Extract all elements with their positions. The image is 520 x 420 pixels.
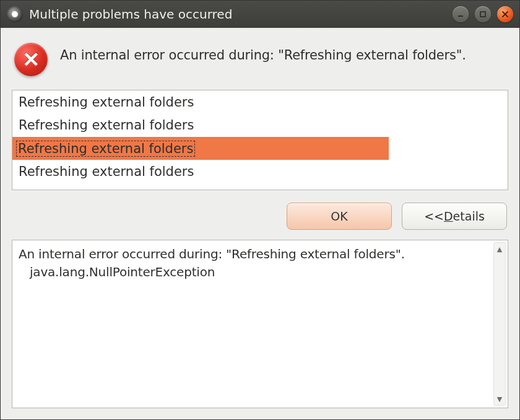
window-title: Multiple problems have occurred xyxy=(29,7,446,22)
dialog-window: Multiple problems have occurred ✕ An int… xyxy=(0,0,520,420)
titlebar[interactable]: Multiple problems have occurred xyxy=(1,1,519,28)
svg-rect-1 xyxy=(480,12,485,17)
list-item[interactable]: Refreshing external folders xyxy=(12,90,508,113)
button-row: OK << Details xyxy=(12,199,508,231)
problems-list[interactable]: Refreshing external folders Refreshing e… xyxy=(12,90,508,190)
list-item-label: Refreshing external folders xyxy=(19,118,194,133)
details-button[interactable]: << Details xyxy=(402,203,507,230)
list-item[interactable]: Refreshing external folders xyxy=(12,113,508,136)
close-button[interactable] xyxy=(497,6,513,22)
details-line: An internal error occurred during: "Refr… xyxy=(19,245,490,263)
svg-rect-0 xyxy=(458,15,463,17)
dialog-content: ✕ An internal error occurred during: "Re… xyxy=(1,28,519,419)
ok-button-label: OK xyxy=(331,209,347,223)
error-message: An internal error occurred during: "Refr… xyxy=(60,43,466,63)
details-text-area[interactable]: An internal error occurred during: "Refr… xyxy=(12,240,508,408)
list-item-label: Refreshing external folders xyxy=(19,95,194,110)
error-message-row: ✕ An internal error occurred during: "Re… xyxy=(12,39,508,81)
vertical-scrollbar[interactable]: ▲ ▼ xyxy=(493,242,506,406)
eclipse-app-icon xyxy=(7,6,23,22)
details-mnemonic: D xyxy=(444,209,453,223)
scroll-up-icon[interactable]: ▲ xyxy=(495,245,504,253)
details-rest: etails xyxy=(453,209,485,223)
list-item-label: Refreshing external folders xyxy=(16,141,195,157)
list-item-selected[interactable]: Refreshing external folders xyxy=(12,137,389,160)
window-controls xyxy=(453,6,513,22)
maximize-button[interactable] xyxy=(475,6,491,22)
list-item-label: Refreshing external folders xyxy=(19,164,194,179)
details-prefix: << xyxy=(424,209,444,223)
ok-button[interactable]: OK xyxy=(287,203,392,230)
error-icon: ✕ xyxy=(14,43,48,76)
minimize-button[interactable] xyxy=(453,6,469,22)
details-line: java.lang.NullPointerException xyxy=(19,263,490,281)
list-item[interactable]: Refreshing external folders xyxy=(12,160,508,183)
scroll-down-icon[interactable]: ▼ xyxy=(495,395,504,403)
